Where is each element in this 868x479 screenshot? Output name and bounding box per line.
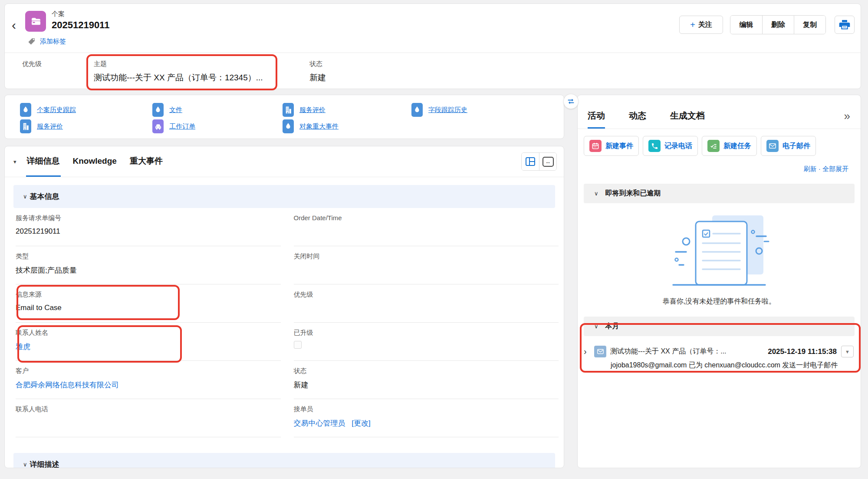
section-title: 即将到来和已逾期 <box>605 189 661 198</box>
field-label: 状态 <box>309 60 326 68</box>
tab-detail-info[interactable]: 详细信息 <box>26 146 61 177</box>
field-priority: 优先级 <box>294 284 559 323</box>
field-label: 联系人姓名 <box>16 329 281 337</box>
field-label: 优先级 <box>22 60 94 68</box>
field-close-time: 关闭时间 <box>294 246 559 284</box>
follow-label: 关注 <box>698 20 712 30</box>
clone-button[interactable]: 复制 <box>794 16 825 34</box>
field-label: 状态 <box>294 367 559 375</box>
related-link[interactable]: 服务评价 <box>299 106 326 114</box>
view-toggle-group <box>521 152 557 171</box>
email-activity-title[interactable]: 测试功能---关于 XX 产品（订单号：... <box>610 347 727 356</box>
expand-width-button[interactable] <box>539 153 556 170</box>
chevron-down-icon <box>23 461 27 468</box>
related-link-item: 服务评价 <box>283 102 411 118</box>
related-link-item: 对象重大事件 <box>283 118 411 135</box>
section-title: 本月 <box>605 322 619 331</box>
field-contact-phone: 联系人电话 <box>16 399 281 437</box>
field-order-datetime: Order Date/Time <box>294 208 559 246</box>
mail-icon <box>766 140 779 152</box>
task-icon <box>707 140 720 152</box>
empty-state: 恭喜你,没有未处理的事件和任务啦。 <box>578 203 861 306</box>
page-title: 20251219011 <box>52 20 109 31</box>
refresh-row: 刷新 · 全部展开 <box>590 165 848 173</box>
add-tag-link[interactable]: 添加标签 <box>40 37 66 46</box>
tab-major-event[interactable]: 重大事件 <box>129 146 164 177</box>
chevron-down-icon <box>594 190 598 197</box>
section-detail-description[interactable]: 详细描述 <box>13 453 555 468</box>
detail-tabs: 详细信息 Knowledge 重大事件 <box>5 146 564 177</box>
email-activity-timestamp: 2025-12-19 11:15:38 <box>768 347 837 356</box>
contact-link[interactable]: 雅虎 <box>16 343 30 351</box>
field-status-top: 状态 新建 <box>309 60 326 89</box>
field-grid: 服务请求单编号 20251219011 Order Date/Time 类型 技… <box>5 208 564 437</box>
section-basic-info[interactable]: 基本信息 <box>13 185 555 208</box>
field-contact-name: 联系人姓名 雅虎 <box>16 323 281 361</box>
section-upcoming-overdue[interactable]: 即将到来和已逾期 <box>584 184 855 203</box>
field-priority-top: 优先级 <box>22 60 94 89</box>
highlight-fields-strip: 优先级 主题 测试功能---关于 XX 产品（订单号：12345）... 状态 … <box>5 53 861 89</box>
field-account: 客户 合肥舜余网络信息科技有限公司 <box>16 361 281 399</box>
related-link[interactable]: 字段跟踪历史 <box>428 106 467 114</box>
change-owner-link[interactable]: [更改] <box>352 419 370 427</box>
swap-panels-button[interactable] <box>563 94 579 109</box>
delete-button[interactable]: 删除 <box>762 16 794 34</box>
record-action-group: 编辑 删除 复制 <box>730 15 826 34</box>
edit-button[interactable]: 编辑 <box>730 16 762 34</box>
chevron-down-icon <box>23 193 27 200</box>
tab-feed[interactable]: 动态 <box>629 104 646 129</box>
print-button[interactable] <box>835 16 855 34</box>
related-link[interactable]: 服务评价 <box>37 122 63 131</box>
layout-view-button[interactable] <box>522 153 539 170</box>
tab-activity[interactable]: 活动 <box>588 104 605 129</box>
more-tabs-icon[interactable] <box>844 109 850 123</box>
tab-generate-doc[interactable]: 生成文档 <box>670 104 705 129</box>
email-activity-description: jojoba1980s@gmail.com 已为 chenxuan@cloudc… <box>611 360 847 370</box>
email-activity-row: 测试功能---关于 XX 产品（订单号：... 2025-12-19 11:15… <box>584 346 854 357</box>
object-label: 个案 <box>52 10 109 18</box>
escalated-checkbox[interactable] <box>294 341 302 349</box>
related-link[interactable]: 文件 <box>169 106 182 114</box>
related-link[interactable]: 工作订单 <box>169 122 195 131</box>
email-button[interactable]: 电子邮件 <box>761 136 816 156</box>
chevron-right-icon[interactable] <box>584 347 594 357</box>
activity-tabs: 活动 动态 生成文档 <box>578 95 861 129</box>
email-activity-menu-button[interactable] <box>841 346 854 357</box>
field-label: 主题 <box>94 60 291 68</box>
related-link-item: 文件 <box>152 102 283 118</box>
tag-icon <box>27 37 36 46</box>
empty-state-text: 恭喜你,没有未处理的事件和任务啦。 <box>578 297 861 306</box>
account-link[interactable]: 合肥舜余网络信息科技有限公司 <box>16 381 119 389</box>
field-subject: 主题 测试功能---关于 XX 产品（订单号：12345）... <box>94 60 291 89</box>
swap-arrows-icon <box>567 98 575 105</box>
field-value: 测试功能---关于 XX 产品（订单号：12345）... <box>94 72 291 83</box>
section-this-month[interactable]: 本月 <box>584 317 855 336</box>
back-icon[interactable]: ‹ <box>12 19 16 32</box>
case-record-page: ‹ 个案 20251219011 添加标签 <box>0 0 868 479</box>
field-label: Order Date/Time <box>294 214 559 221</box>
field-escalated: 已升级 <box>294 323 559 361</box>
field-case-origin: 信息来源 Email to Case <box>16 284 281 323</box>
related-links-card: 个案历史跟踪 文件 服务评价 字段跟踪历史 服务评价 工作订单 <box>4 95 564 139</box>
new-event-button[interactable]: 新建事件 <box>584 136 639 156</box>
collapse-icon[interactable] <box>13 159 16 165</box>
tab-knowledge[interactable]: Knowledge <box>72 146 118 177</box>
field-value: 新建 <box>294 380 559 390</box>
field-value: Email to Case <box>16 304 281 313</box>
building-icon <box>20 119 31 133</box>
field-value: 技术层面;产品质量 <box>16 265 281 275</box>
refresh-expand-link[interactable]: 刷新 · 全部展开 <box>804 165 848 172</box>
empty-tasks-illustration <box>667 215 771 287</box>
folder-icon <box>30 15 42 27</box>
related-link[interactable]: 个案历史跟踪 <box>37 106 76 114</box>
related-link[interactable]: 对象重大事件 <box>299 122 339 131</box>
email-activity-item: 测试功能---关于 XX 产品（订单号：... 2025-12-19 11:15… <box>584 346 854 370</box>
log-call-button[interactable]: 记录电话 <box>643 136 698 156</box>
field-value <box>16 418 281 428</box>
new-task-button[interactable]: 新建任务 <box>702 136 757 156</box>
owner-link[interactable]: 交易中心管理员 <box>294 419 345 427</box>
printer-icon <box>839 20 850 30</box>
activity-action-buttons: 新建事件 记录电话 新建任务 电子邮件 <box>584 136 855 156</box>
related-link-item: 工作订单 <box>152 118 283 135</box>
follow-button[interactable]: 关注 <box>679 16 723 34</box>
